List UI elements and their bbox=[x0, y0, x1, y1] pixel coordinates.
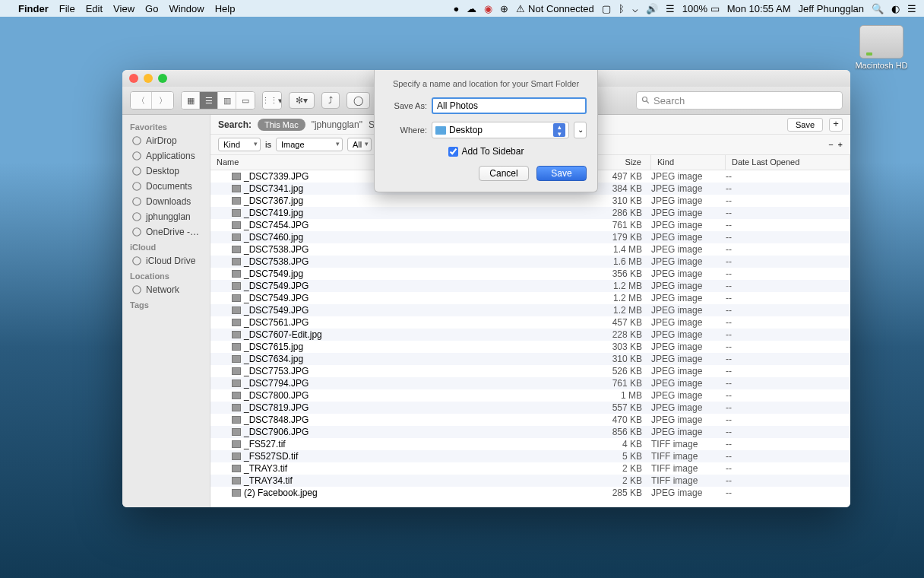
expand-button[interactable]: ⌄ bbox=[574, 122, 587, 138]
menu-go[interactable]: Go bbox=[145, 3, 158, 14]
airplay-icon[interactable]: ▢ bbox=[602, 3, 611, 14]
cancel-button[interactable]: Cancel bbox=[479, 166, 529, 181]
file-name: _TRAY3.tif bbox=[244, 463, 287, 474]
table-row[interactable]: _DSC7634.jpg310 KBJPEG image-- bbox=[210, 353, 850, 365]
action-button[interactable]: ✻▾ bbox=[289, 92, 315, 109]
table-row[interactable]: _DSC7549.JPG1.2 MBJPEG image-- bbox=[210, 304, 850, 316]
spotlight-icon[interactable]: 🔍 bbox=[872, 3, 884, 14]
list-view-button[interactable]: ☰ bbox=[200, 92, 218, 109]
table-row[interactable]: _DSC7419.jpg286 KBJPEG image-- bbox=[210, 207, 850, 219]
scope-this-mac[interactable]: This Mac bbox=[258, 119, 305, 131]
table-row[interactable]: _DSC7753.JPG526 KBJPEG image-- bbox=[210, 365, 850, 377]
gallery-view-button[interactable]: ▭ bbox=[236, 92, 255, 109]
file-thumb-icon bbox=[232, 489, 241, 497]
table-row[interactable]: _FS527.tif4 KBTIFF image-- bbox=[210, 438, 850, 450]
sidebar-item[interactable]: Downloads bbox=[122, 194, 210, 209]
menu-file[interactable]: File bbox=[59, 3, 75, 14]
sidebar-item[interactable]: jphungglan bbox=[122, 209, 210, 224]
col-kind[interactable]: Kind bbox=[651, 155, 726, 170]
vpn-status[interactable]: ⚠︎ Not Connected bbox=[516, 3, 593, 14]
table-row[interactable]: _DSC7538.JPG1.6 MBJPEG image-- bbox=[210, 256, 850, 268]
table-row[interactable]: (2) Facebook.jpeg285 KBJPEG image-- bbox=[210, 487, 850, 499]
sidebar-item-icon bbox=[131, 196, 142, 207]
scope-add-button[interactable]: + bbox=[829, 118, 843, 132]
table-row[interactable]: _DSC7906.JPG856 KBJPEG image-- bbox=[210, 426, 850, 438]
user-name[interactable]: Jeff Phungglan bbox=[799, 3, 865, 14]
siri-icon[interactable]: ◐ bbox=[891, 3, 900, 14]
criteria-all-select[interactable]: All bbox=[347, 138, 372, 151]
sidebar-item[interactable]: Documents bbox=[122, 179, 210, 194]
table-row[interactable]: _FS527SD.tif5 KBTIFF image-- bbox=[210, 450, 850, 462]
search-field[interactable]: Search bbox=[636, 91, 843, 110]
table-row[interactable]: _TRAY34.tif2 KBTIFF image-- bbox=[210, 475, 850, 487]
wifi-icon[interactable]: ⌵ bbox=[632, 3, 638, 14]
file-name: _DSC7753.JPG bbox=[244, 366, 309, 376]
col-date[interactable]: Date Last Opened bbox=[726, 155, 850, 170]
icon-view-button[interactable]: ▦ bbox=[182, 92, 200, 109]
criteria-value-select[interactable]: Image bbox=[276, 138, 343, 151]
table-row[interactable]: _DSC7549.jpg356 KBJPEG image-- bbox=[210, 268, 850, 280]
cloud-icon[interactable]: ☁︎ bbox=[467, 3, 476, 14]
criteria-remove-button[interactable]: − bbox=[828, 140, 833, 149]
table-row[interactable]: _DSC7454.JPG761 KBJPEG image-- bbox=[210, 219, 850, 231]
table-row[interactable]: _DSC7367.jpg310 KBJPEG image-- bbox=[210, 195, 850, 207]
tags-button[interactable]: ◯ bbox=[346, 92, 370, 109]
forward-button[interactable]: 〉 bbox=[152, 92, 173, 109]
column-view-button[interactable]: ▥ bbox=[218, 92, 236, 109]
clock[interactable]: Mon 10:55 AM bbox=[727, 3, 791, 14]
table-row[interactable]: _DSC7549.JPG1.2 MBJPEG image-- bbox=[210, 280, 850, 292]
battery-status[interactable]: 100% ▭ bbox=[682, 3, 720, 14]
table-row[interactable]: _DSC7848.JPG470 KBJPEG image-- bbox=[210, 414, 850, 426]
criteria-field-select[interactable]: Kind bbox=[218, 138, 261, 151]
save-as-input[interactable] bbox=[432, 97, 587, 114]
table-row[interactable]: _DSC7819.JPG557 KBJPEG image-- bbox=[210, 402, 850, 414]
app-name[interactable]: Finder bbox=[18, 3, 49, 14]
menu-view[interactable]: View bbox=[113, 3, 134, 14]
file-size: 1 MB bbox=[583, 390, 651, 401]
close-button[interactable] bbox=[129, 74, 138, 83]
back-button[interactable]: 〈 bbox=[131, 92, 152, 109]
table-row[interactable]: _DSC7794.JPG761 KBJPEG image-- bbox=[210, 377, 850, 389]
sidebar-item[interactable]: Network bbox=[122, 282, 210, 297]
table-row[interactable]: _TRAY3.tif2 KBTIFF image-- bbox=[210, 462, 850, 475]
minimize-button[interactable] bbox=[144, 74, 153, 83]
where-select[interactable]: Desktop ▴▾ bbox=[432, 122, 569, 138]
sidebar-item[interactable]: OneDrive -… bbox=[122, 224, 210, 240]
status-dot-icon[interactable]: ● bbox=[454, 3, 460, 14]
file-thumb-icon bbox=[232, 404, 241, 411]
table-row[interactable]: _DSC7615.jpg303 KBJPEG image-- bbox=[210, 341, 850, 353]
notifications-icon[interactable]: ☰ bbox=[907, 3, 916, 14]
menu-window[interactable]: Window bbox=[169, 3, 204, 14]
sidebar-item[interactable]: AirDrop bbox=[122, 133, 210, 148]
scope-save-button[interactable]: Save bbox=[787, 118, 823, 132]
volume-icon[interactable]: 🔊 bbox=[646, 3, 658, 14]
zoom-button[interactable] bbox=[158, 74, 167, 83]
table-row[interactable]: _DSC7538.JPG1.4 MBJPEG image-- bbox=[210, 243, 850, 256]
save-button[interactable]: Save bbox=[536, 166, 587, 181]
table-row[interactable]: _DSC7800.JPG1 MBJPEG image-- bbox=[210, 389, 850, 402]
menu-edit[interactable]: Edit bbox=[86, 3, 103, 14]
sidebar-item[interactable]: iCloud Drive bbox=[122, 253, 210, 268]
bluetooth-icon[interactable]: ᛒ bbox=[619, 3, 625, 14]
macintosh-hd-icon[interactable]: Macintosh HD bbox=[854, 25, 909, 70]
file-thumb-icon bbox=[232, 270, 241, 278]
table-row[interactable]: _DSC7561.JPG457 KBJPEG image-- bbox=[210, 316, 850, 329]
control-center-icon[interactable]: ☰ bbox=[666, 3, 675, 14]
table-row[interactable]: _DSC7460.jpg179 KBJPEG image-- bbox=[210, 231, 850, 243]
scope-user[interactable]: "jphungglan" bbox=[312, 119, 362, 130]
add-to-sidebar-checkbox[interactable] bbox=[448, 147, 458, 157]
table-row[interactable]: _DSC7549.JPG1.2 MBJPEG image-- bbox=[210, 292, 850, 304]
share-button[interactable]: ⤴ bbox=[321, 92, 340, 109]
file-list[interactable]: _DSC7339.JPG497 KBJPEG image--_DSC7341.j… bbox=[210, 170, 850, 507]
sidebar-item-label: Documents bbox=[146, 181, 192, 192]
menu-help[interactable]: Help bbox=[215, 3, 236, 14]
sidebar-item[interactable]: Applications bbox=[122, 148, 210, 164]
sidebar-header: Locations bbox=[122, 268, 210, 282]
table-row[interactable]: _DSC7607-Edit.jpg228 KBJPEG image-- bbox=[210, 329, 850, 341]
globe-icon[interactable]: ⊕ bbox=[500, 3, 508, 14]
sidebar-item[interactable]: Desktop bbox=[122, 164, 210, 179]
record-icon[interactable]: ◉ bbox=[484, 3, 492, 14]
group-button[interactable]: ⋮⋮▾ bbox=[263, 92, 281, 109]
file-thumb-icon bbox=[232, 197, 241, 205]
criteria-add-button[interactable]: + bbox=[838, 140, 843, 149]
